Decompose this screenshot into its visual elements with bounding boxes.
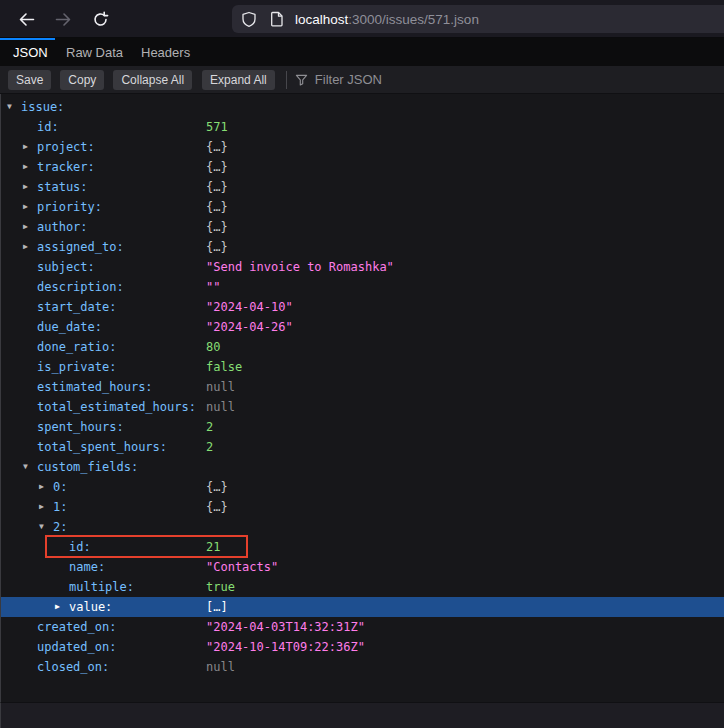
tree-value: null <box>206 660 235 674</box>
tree-row-id[interactable]: id:21 <box>1 537 724 557</box>
back-button[interactable] <box>14 7 38 31</box>
tree-value: null <box>206 400 235 414</box>
tree-row-id[interactable]: id:571 <box>1 117 724 137</box>
expand-arrow-icon[interactable]: ▶ <box>23 182 28 192</box>
copy-button[interactable]: Copy <box>60 70 104 90</box>
tree-row-value[interactable]: ▶value:[…] <box>1 597 724 617</box>
url-bar[interactable]: localhost:3000/issues/571.json <box>232 5 724 33</box>
tree-value: 2 <box>206 440 213 454</box>
tree-key: subject: <box>37 260 95 274</box>
tree-row-spent_hours[interactable]: spent_hours:2 <box>1 417 724 437</box>
collapse-all-button[interactable]: Collapse All <box>113 70 192 90</box>
tree-key: name: <box>69 560 105 574</box>
tree-key: assigned_to: <box>37 240 124 254</box>
tree-row-due_date[interactable]: due_date:"2024-04-26" <box>1 317 724 337</box>
collapse-arrow-icon[interactable]: ▼ <box>39 522 44 532</box>
json-toolbar: Save Copy Collapse All Expand All Filter… <box>0 66 724 94</box>
tree-key: id: <box>37 120 59 134</box>
tree-key: total_spent_hours: <box>37 440 167 454</box>
tree-value: {…} <box>206 140 228 154</box>
tree-row-project[interactable]: ▶project:{…} <box>1 137 724 157</box>
tree-key: closed_on: <box>37 660 109 674</box>
expand-arrow-icon[interactable]: ▶ <box>23 202 28 212</box>
expand-arrow-icon[interactable]: ▶ <box>39 482 44 492</box>
tree-value: {…} <box>206 500 228 514</box>
tree-row-name[interactable]: name:"Contacts" <box>1 557 724 577</box>
collapse-arrow-icon[interactable]: ▼ <box>7 102 12 112</box>
tree-key: custom_fields: <box>37 460 138 474</box>
filter-funnel-icon <box>295 73 308 86</box>
tab-json[interactable]: JSON <box>13 38 48 66</box>
tree-row-custom_fields[interactable]: ▼custom_fields: <box>1 457 724 477</box>
tree-key: done_ratio: <box>37 340 116 354</box>
tree-value: {…} <box>206 180 228 194</box>
tree-value: true <box>206 580 235 594</box>
tree-row-1[interactable]: ▶1:{…} <box>1 497 724 517</box>
tree-key: issue: <box>21 100 64 114</box>
tree-value: {…} <box>206 200 228 214</box>
tree-value: 571 <box>206 120 228 134</box>
back-arrow-icon <box>18 12 35 27</box>
tree-row-subject[interactable]: subject:"Send invoice to Romashka" <box>1 257 724 277</box>
filter-json-input[interactable]: Filter JSON <box>295 72 382 87</box>
expand-all-button[interactable]: Expand All <box>202 70 275 90</box>
tree-row-assigned_to[interactable]: ▶assigned_to:{…} <box>1 237 724 257</box>
tree-key: due_date: <box>37 320 102 334</box>
tree-value: false <box>206 360 242 374</box>
tree-row-updated_on[interactable]: updated_on:"2024-10-14T09:22:36Z" <box>1 637 724 657</box>
tree-value: {…} <box>206 220 228 234</box>
tab-raw-data[interactable]: Raw Data <box>66 38 123 66</box>
reload-icon <box>92 11 109 28</box>
tree-key: is_private: <box>37 360 116 374</box>
tree-row-multiple[interactable]: multiple:true <box>1 577 724 597</box>
tree-row-0[interactable]: ▶0:{…} <box>1 477 724 497</box>
tree-row-2[interactable]: ▼2: <box>1 517 724 537</box>
tab-headers[interactable]: Headers <box>141 38 190 66</box>
toolbar-separator <box>286 71 287 89</box>
tree-row-start_date[interactable]: start_date:"2024-04-10" <box>1 297 724 317</box>
tree-row-author[interactable]: ▶author:{…} <box>1 217 724 237</box>
tree-row-total_estimated_hours[interactable]: total_estimated_hours:null <box>1 397 724 417</box>
tree-value: 21 <box>206 540 220 554</box>
tree-row-description[interactable]: description:"" <box>1 277 724 297</box>
expand-arrow-icon[interactable]: ▶ <box>23 162 28 172</box>
tree-key: status: <box>37 180 88 194</box>
collapse-arrow-icon[interactable]: ▼ <box>23 462 28 472</box>
tree-key: value: <box>69 600 112 614</box>
tree-key: total_estimated_hours: <box>37 400 196 414</box>
expand-arrow-icon[interactable]: ▶ <box>39 502 44 512</box>
tree-key: tracker: <box>37 160 95 174</box>
tree-row-created_on[interactable]: created_on:"2024-04-03T14:32:31Z" <box>1 617 724 637</box>
tree-value: "Send invoice to Romashka" <box>206 260 394 274</box>
expand-arrow-icon[interactable]: ▶ <box>55 602 60 612</box>
tree-row-issue[interactable]: ▼issue: <box>1 97 724 117</box>
expand-arrow-icon[interactable]: ▶ <box>23 222 28 232</box>
tree-row-total_spent_hours[interactable]: total_spent_hours:2 <box>1 437 724 457</box>
json-tree: ▼issue:id:571▶project:{…}▶tracker:{…}▶st… <box>1 94 724 677</box>
forward-button[interactable] <box>51 7 75 31</box>
shield-icon[interactable] <box>241 11 257 27</box>
tree-value: {…} <box>206 240 228 254</box>
page-icon[interactable] <box>269 11 285 27</box>
expand-arrow-icon[interactable]: ▶ <box>23 142 28 152</box>
filter-placeholder: Filter JSON <box>315 72 382 87</box>
tree-row-estimated_hours[interactable]: estimated_hours:null <box>1 377 724 397</box>
tree-key: 2: <box>53 520 67 534</box>
tree-key: 1: <box>53 500 67 514</box>
tree-row-tracker[interactable]: ▶tracker:{…} <box>1 157 724 177</box>
tree-key: description: <box>37 280 124 294</box>
tree-row-status[interactable]: ▶status:{…} <box>1 177 724 197</box>
expand-arrow-icon[interactable]: ▶ <box>23 242 28 252</box>
tree-value: "2024-04-10" <box>206 300 293 314</box>
tree-row-priority[interactable]: ▶priority:{…} <box>1 197 724 217</box>
tree-value: […] <box>206 600 228 614</box>
reload-button[interactable] <box>88 7 112 31</box>
url-text: localhost:3000/issues/571.json <box>295 12 479 27</box>
save-button[interactable]: Save <box>8 70 51 90</box>
tree-row-is_private[interactable]: is_private:false <box>1 357 724 377</box>
forward-arrow-icon <box>55 12 72 27</box>
tree-key: author: <box>37 220 88 234</box>
json-tree-panel: ▼issue:id:571▶project:{…}▶tracker:{…}▶st… <box>0 94 724 728</box>
tree-row-done_ratio[interactable]: done_ratio:80 <box>1 337 724 357</box>
tree-row-closed_on[interactable]: closed_on:null <box>1 657 724 677</box>
